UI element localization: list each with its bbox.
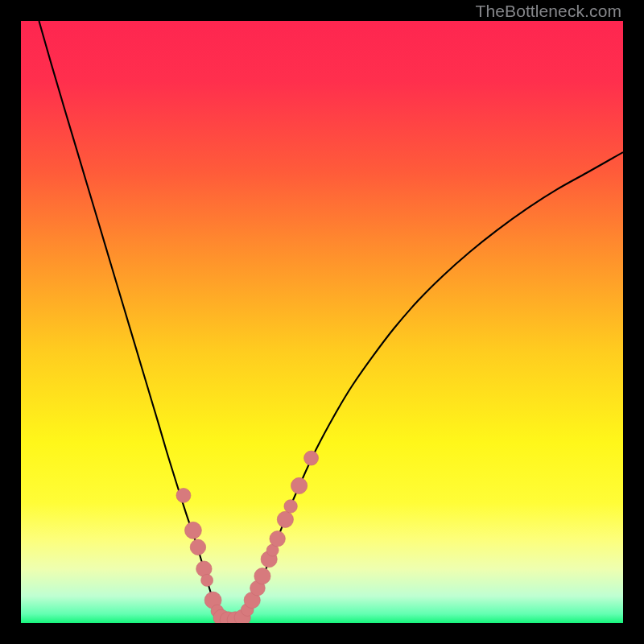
data-marker	[176, 488, 191, 502]
data-marker	[304, 451, 319, 465]
data-marker	[254, 568, 270, 584]
data-marker	[196, 561, 212, 576]
data-marker	[270, 531, 285, 547]
chart-frame	[21, 21, 623, 623]
data-marker	[291, 477, 307, 493]
data-marker	[201, 574, 213, 586]
data-marker	[284, 500, 297, 513]
watermark-text: TheBottleneck.com	[476, 2, 621, 21]
data-marker	[190, 539, 205, 555]
bottleneck-chart	[21, 21, 623, 623]
data-marker	[277, 511, 293, 527]
gradient-background	[21, 21, 623, 623]
data-marker	[184, 522, 201, 539]
